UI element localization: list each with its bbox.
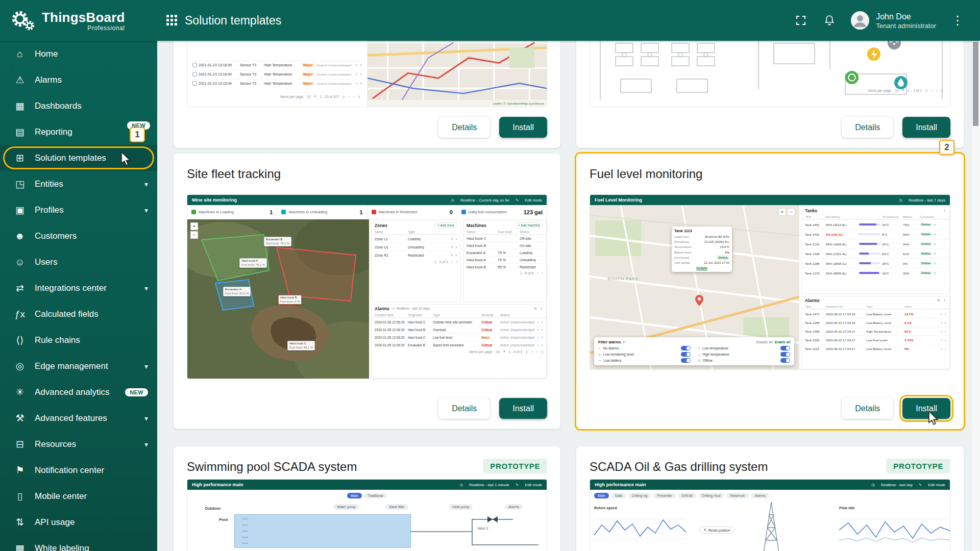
clear-icon: × — [360, 82, 362, 85]
ack-icon: ✓ — [537, 336, 540, 339]
zoom-in-icon: + — [190, 222, 198, 230]
row-checkbox — [192, 81, 197, 86]
first-page-icon: |‹ — [925, 89, 927, 92]
cell: 2024-01-05 12:06:29 — [375, 343, 406, 347]
install-button[interactable]: Install — [902, 398, 950, 419]
column-header: Tank — [805, 305, 824, 308]
marker-name: Excavator B — [266, 238, 289, 242]
cell: 75 % — [498, 258, 518, 262]
details-button[interactable]: Details — [438, 117, 490, 138]
cell: High Temperature — [264, 63, 300, 67]
sidebar-item-advanced-analytics[interactable]: ✳Advanced analyticsNEW — [0, 379, 157, 405]
clear-icon: × — [360, 63, 362, 67]
sidebar-item-advanced-features[interactable]: ⚒Advanced features▾ — [0, 405, 157, 431]
sidebar-item-resources[interactable]: ⊟Resources▾ — [0, 431, 157, 457]
sidebar-item-white-labeling[interactable]: ▩White labeling — [0, 535, 157, 551]
sidebar-item-mobile-center[interactable]: ▯Mobile center — [0, 483, 157, 509]
clear-icon: × — [541, 343, 543, 347]
user-menu[interactable]: John Doe Tenant administrator — [850, 11, 936, 30]
pipes-graphic — [411, 514, 544, 550]
sidebar-item-api-usage[interactable]: ⇅API usage — [0, 509, 157, 535]
filter-label: Low temperature — [702, 346, 728, 350]
filter-item: ✓No alarms — [598, 346, 691, 350]
line-chart-graphic — [839, 510, 950, 547]
install-button[interactable]: Install — [499, 117, 547, 138]
edit-mode-label: Edit mode — [525, 198, 542, 203]
details-button[interactable]: Details — [438, 398, 490, 419]
map-controls: + − — [778, 208, 795, 216]
plus-icon: + — [518, 223, 520, 227]
cell: 2024-01-05 12:06:29 — [375, 336, 406, 339]
clear-icon: × — [541, 328, 543, 332]
cell: Haul truck C — [408, 336, 431, 339]
zoom-in-icon: + — [778, 208, 786, 216]
sidebar-item-alarms[interactable]: ⚠Alarms — [0, 67, 157, 93]
clock-icon: ◷ — [460, 483, 463, 487]
dashboard-title: Mine site monitoring — [192, 197, 237, 203]
customers-icon: ☻ — [13, 231, 27, 242]
sidebar-item-edge-management[interactable]: ◎Edge management▾ — [0, 353, 157, 379]
panel-title: Alarms — [375, 306, 389, 311]
install-button[interactable]: Install — [902, 117, 950, 138]
more-options-icon: ⋮ — [540, 307, 543, 311]
filter-item: ▭Low battery — [598, 358, 691, 363]
annotation-step-1: 1 — [130, 127, 145, 142]
page-title: Solution templates — [185, 14, 281, 28]
sidebar-item-home[interactable]: ⌂Home — [0, 41, 157, 67]
sidebar-item-calculated-fields[interactable]: ƒxCalculated fields — [0, 301, 157, 327]
alarm-value: 19.7% — [904, 312, 939, 316]
cell: Zone L1 — [375, 237, 406, 241]
cell: 46% (1331.4L) — [826, 252, 857, 256]
filter-label: High temperature — [702, 353, 729, 356]
row-checkbox — [192, 72, 197, 77]
page-size: 10 — [496, 350, 500, 354]
sidebar-item-customers[interactable]: ☻Customers — [0, 223, 157, 249]
user-name: John Doe — [876, 12, 936, 22]
cell: Tank 1471 — [805, 312, 824, 316]
install-button[interactable]: Install — [499, 398, 547, 419]
table-row: 2024-01-05 12:06:29Haul truck BOverloadC… — [372, 325, 546, 333]
cell: 18°C — [882, 242, 901, 246]
sidebar-item-rule-chains[interactable]: ⟨⟩Rule chains — [0, 327, 157, 353]
sidebar-item-integrations-center[interactable]: ⇄Integrations center▾ — [0, 275, 157, 301]
more-options-icon[interactable]: ⋮ — [949, 14, 966, 27]
ack-icon: ✓ — [355, 72, 358, 77]
clear-icon: × — [944, 347, 946, 350]
stat-label: Machines in Restricted — [379, 210, 418, 214]
status-badge: Online — [920, 271, 932, 274]
alarm-value: 6% — [904, 347, 939, 350]
fullscreen-icon[interactable] — [793, 13, 808, 28]
card-actions: Details Install — [438, 398, 547, 419]
zoom-out-icon: − — [190, 231, 198, 239]
chart-title: Rotors speed — [594, 506, 686, 510]
marker-name: Haul truck A — [241, 259, 265, 263]
template-preview-screenshot: Fuel Level Monitoring ◷Realtime - last 7… — [590, 194, 950, 370]
notifications-bell-icon[interactable] — [822, 13, 837, 28]
filter-icon: ▽ — [698, 346, 700, 350]
status-badge: Online — [920, 233, 932, 236]
sidebar-item-profiles[interactable]: ▣Profiles▾ — [0, 197, 157, 223]
sidebar-item-notification-center[interactable]: ⚑Notification center — [0, 457, 157, 483]
column-header: Connected — [920, 215, 946, 218]
details-button[interactable]: Details — [842, 117, 893, 138]
table-row: Zone U1Unloading✎× — [372, 243, 460, 251]
sidebar-item-dashboards[interactable]: ▦Dashboards — [0, 93, 157, 119]
sidebar-item-solution-templates[interactable]: ⊞Solution templates — [0, 145, 157, 171]
table-row: Haul truck A75 %Unloading — [463, 256, 546, 263]
status-badge: Online — [920, 242, 932, 245]
details-button[interactable]: Details — [842, 398, 893, 419]
dashboard-tabs: Main Data Drilling rig Preventer Drill b… — [594, 493, 946, 498]
cell: Tank 1289 — [805, 321, 824, 324]
page-range: 1 - 5 of 5 — [520, 271, 534, 275]
scrollbar-thumb[interactable] — [973, 42, 978, 126]
cell: 2024-01-05 12:06:29 — [375, 320, 406, 324]
sidebar-item-users[interactable]: ☺Users — [0, 249, 157, 275]
next-page-icon: › — [536, 350, 537, 354]
marker-name: Haul truck C — [289, 342, 313, 346]
table-row: Haul truck B55 %Restricted — [463, 263, 546, 270]
sidebar-item-entities[interactable]: ◳Entities▾ — [0, 171, 157, 197]
table-row: Zone L1Loading✎× — [372, 235, 460, 243]
card-actions: Details Install — [842, 398, 950, 419]
avatar — [850, 11, 870, 30]
delete-icon: × — [455, 237, 457, 241]
